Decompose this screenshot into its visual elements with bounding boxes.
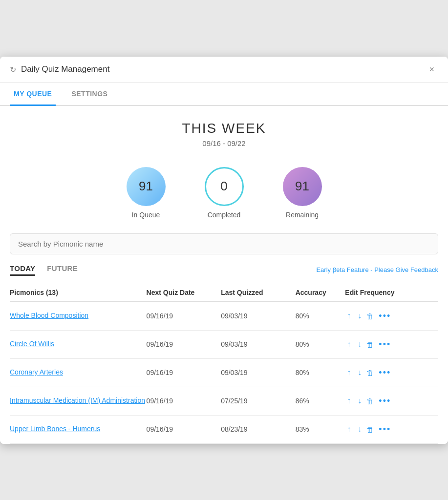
row-1-actions: ↑ ↓ 🗑 ••• [345, 338, 438, 351]
row-3-actions: ↑ ↓ 🗑 ••• [345, 395, 438, 407]
row-3-down-btn[interactable]: ↓ [356, 396, 363, 406]
stat-completed: 0 Completed [205, 167, 244, 219]
week-header: THIS WEEK 09/16 - 09/22 [10, 106, 438, 157]
row-2-name[interactable]: Coronary Arteries [10, 368, 147, 377]
row-0-next-quiz: 09/16/19 [147, 312, 221, 320]
col-header-last-quizzed: Last Quizzed [221, 289, 296, 296]
row-3-last-quizzed: 07/25/19 [221, 397, 296, 405]
row-1-name[interactable]: Circle Of Willis [10, 339, 147, 349]
main-window: ↻ Daily Quiz Management × MY QUEUE SETTI… [0, 57, 448, 444]
col-header-edit-freq: Edit Frequency [345, 289, 438, 296]
circle-completed: 0 [205, 167, 244, 206]
table-row: Intramuscular Medication (IM) Administra… [10, 387, 438, 416]
row-4-next-quiz: 09/16/19 [147, 425, 221, 433]
row-3-next-quiz: 09/16/19 [147, 397, 221, 405]
close-button[interactable]: × [425, 62, 438, 77]
table-row: Circle Of Willis 09/16/19 09/03/19 80% ↑… [10, 331, 438, 359]
row-1-up-btn[interactable]: ↑ [345, 339, 353, 350]
row-0-up-btn[interactable]: ↑ [345, 311, 353, 321]
main-tabs: MY QUEUE SETTINGS [0, 83, 448, 106]
beta-feedback-link[interactable]: Early βeta Feature - Please Give Feedbac… [316, 266, 438, 273]
table-row: Whole Blood Composition 09/16/19 09/03/1… [10, 302, 438, 331]
row-3-more-btn[interactable]: ••• [377, 395, 393, 407]
remaining-label: Remaining [286, 211, 319, 219]
tab-future[interactable]: FUTURE [47, 264, 78, 276]
row-0-name[interactable]: Whole Blood Composition [10, 311, 147, 321]
tab-my-queue[interactable]: MY QUEUE [10, 83, 56, 106]
row-3-delete-btn[interactable]: 🗑 [366, 397, 374, 405]
col-header-name: Picmonics (13) [10, 289, 147, 296]
row-4-actions: ↑ ↓ 🗑 ••• [345, 423, 438, 436]
row-2-more-btn[interactable]: ••• [377, 367, 393, 379]
row-0-more-btn[interactable]: ••• [377, 310, 393, 322]
row-4-accuracy: 83% [296, 425, 345, 433]
row-4-more-btn[interactable]: ••• [377, 423, 393, 436]
search-input[interactable] [10, 233, 438, 254]
title-bar-left: ↻ Daily Quiz Management [10, 64, 109, 74]
row-3-accuracy: 86% [296, 397, 345, 405]
row-1-delete-btn[interactable]: 🗑 [366, 340, 374, 349]
circle-remaining: 91 [283, 167, 322, 206]
row-2-last-quizzed: 09/03/19 [221, 369, 296, 376]
tab-today[interactable]: TODAY [10, 264, 35, 276]
completed-value: 0 [220, 179, 227, 194]
content-area: THIS WEEK 09/16 - 09/22 91 In Queue 0 Co… [0, 106, 448, 444]
row-4-last-quizzed: 08/23/19 [221, 425, 296, 433]
row-2-down-btn[interactable]: ↓ [356, 367, 363, 378]
window-title: Daily Quiz Management [21, 64, 109, 74]
row-2-delete-btn[interactable]: 🗑 [366, 369, 374, 377]
table-header: Picmonics (13) Next Quiz Date Last Quizz… [10, 284, 438, 302]
row-1-more-btn[interactable]: ••• [377, 338, 393, 351]
table-row: Coronary Arteries 09/16/19 09/03/19 80% … [10, 359, 438, 387]
row-4-delete-btn[interactable]: 🗑 [366, 425, 374, 434]
refresh-icon: ↻ [10, 65, 16, 74]
row-3-name[interactable]: Intramuscular Medication (IM) Administra… [10, 396, 147, 406]
tab-settings[interactable]: SETTINGS [67, 83, 111, 106]
queue-label: In Queue [132, 211, 160, 219]
completed-label: Completed [208, 211, 241, 219]
row-2-actions: ↑ ↓ 🗑 ••• [345, 367, 438, 379]
queue-value: 91 [139, 179, 153, 194]
row-1-down-btn[interactable]: ↓ [356, 339, 363, 350]
list-tabs: TODAY FUTURE Early βeta Feature - Please… [10, 264, 438, 276]
list-tabs-left: TODAY FUTURE [10, 264, 78, 276]
row-2-up-btn[interactable]: ↑ [345, 367, 353, 378]
row-4-name[interactable]: Upper Limb Bones - Humerus [10, 424, 147, 434]
row-2-accuracy: 80% [296, 369, 345, 376]
stat-remaining: 91 Remaining [283, 167, 322, 219]
row-0-actions: ↑ ↓ 🗑 ••• [345, 310, 438, 322]
row-1-next-quiz: 09/16/19 [147, 340, 221, 348]
col-header-accuracy: Accuracy [296, 289, 345, 296]
row-2-next-quiz: 09/16/19 [147, 369, 221, 376]
row-4-up-btn[interactable]: ↑ [345, 424, 353, 435]
stat-in-queue: 91 In Queue [127, 167, 166, 219]
row-0-delete-btn[interactable]: 🗑 [366, 312, 374, 320]
circle-in-queue: 91 [127, 167, 166, 206]
row-0-last-quizzed: 09/03/19 [221, 312, 296, 320]
quiz-table: Picmonics (13) Next Quiz Date Last Quizz… [10, 284, 438, 444]
week-dates: 09/16 - 09/22 [10, 139, 438, 147]
row-3-up-btn[interactable]: ↑ [345, 396, 353, 406]
table-row: Upper Limb Bones - Humerus 09/16/19 08/2… [10, 416, 438, 444]
stats-row: 91 In Queue 0 Completed 91 Remaining [10, 157, 438, 233]
title-bar: ↻ Daily Quiz Management × [0, 57, 448, 83]
row-4-down-btn[interactable]: ↓ [356, 424, 363, 435]
col-header-next-quiz: Next Quiz Date [147, 289, 221, 296]
row-1-last-quizzed: 09/03/19 [221, 340, 296, 348]
remaining-value: 91 [295, 179, 309, 194]
row-0-accuracy: 80% [296, 312, 345, 320]
row-0-down-btn[interactable]: ↓ [356, 311, 363, 321]
week-title: THIS WEEK [10, 121, 438, 136]
row-1-accuracy: 80% [296, 340, 345, 348]
